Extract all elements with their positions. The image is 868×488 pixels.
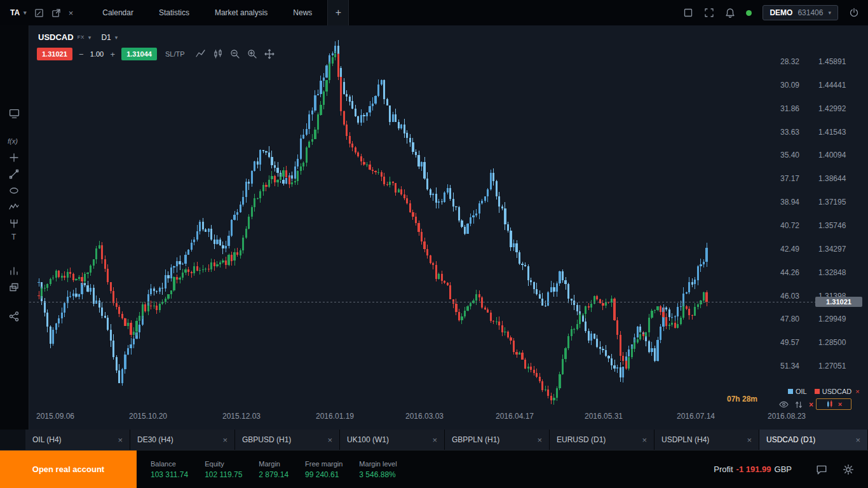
crosshair-icon[interactable] bbox=[9, 152, 19, 163]
instrument-tab[interactable]: USDCAD (D1)× bbox=[759, 430, 868, 450]
remove-overlay-icon[interactable]: × bbox=[809, 400, 813, 409]
instrument-tab[interactable]: DE30 (H4)× bbox=[130, 430, 235, 450]
sltp-button[interactable]: SL/TP bbox=[165, 50, 185, 58]
share-icon[interactable] bbox=[9, 311, 19, 322]
oil-axis-label: 35.40 bbox=[780, 150, 799, 160]
x-axis-date: 2015.10.20 bbox=[119, 412, 177, 421]
open-real-account-button[interactable]: Open real account bbox=[0, 451, 137, 488]
zoom-in-icon[interactable] bbox=[247, 49, 257, 59]
close-icon[interactable]: × bbox=[327, 435, 332, 445]
objects-layers-icon[interactable] bbox=[9, 282, 19, 292]
line-chart-type-icon[interactable] bbox=[196, 49, 206, 59]
candlestick-chart[interactable] bbox=[29, 30, 868, 412]
oil-axis-label: 31.86 bbox=[780, 104, 799, 114]
account-mode: DEMO bbox=[770, 8, 792, 17]
layout-icon[interactable] bbox=[683, 8, 693, 18]
stat-balance: Balance103 311.74 bbox=[151, 460, 188, 479]
usdcad-axis-label: 1.27051 bbox=[818, 361, 846, 371]
instrument-tab[interactable]: GBPPLN (H1)× bbox=[445, 430, 550, 450]
instrument-tab[interactable]: GBPUSD (H1)× bbox=[235, 430, 340, 450]
status-bar: Open real account Balance103 311.74Equit… bbox=[0, 450, 868, 488]
buy-price-button[interactable]: 1.31044 bbox=[121, 48, 157, 60]
usdcad-axis-label: 1.44441 bbox=[818, 80, 846, 90]
volume-value[interactable]: 1.00 bbox=[90, 50, 104, 58]
timeframe-selector[interactable]: D1 bbox=[101, 33, 111, 42]
edit-workspace-icon[interactable] bbox=[34, 8, 44, 18]
usdcad-axis-label: 1.34297 bbox=[818, 244, 846, 254]
chart-window-icon[interactable] bbox=[9, 108, 20, 119]
stat-label: Balance bbox=[151, 460, 188, 468]
nav-tab-statistics[interactable]: Statistics bbox=[146, 0, 202, 25]
sort-arrows-icon[interactable] bbox=[794, 400, 803, 409]
x-axis-date: 2016.01.19 bbox=[306, 412, 363, 421]
candle-chart-type-icon[interactable] bbox=[213, 49, 223, 59]
account-selector[interactable]: DEMO 631406 ▾ bbox=[763, 5, 838, 20]
stat-label: Margin level bbox=[359, 460, 397, 468]
new-tab-button[interactable]: + bbox=[327, 0, 349, 25]
instrument-tab[interactable]: EURUSD (D1)× bbox=[550, 430, 654, 450]
close-icon[interactable]: × bbox=[642, 435, 647, 445]
oil-axis-label: 49.57 bbox=[780, 337, 799, 348]
indicators-fx-icon[interactable]: f(x) bbox=[8, 137, 18, 145]
top-bar: TA ▾ × CalendarStatisticsMarket analysis… bbox=[0, 0, 868, 25]
instrument-tab-label: EURUSD (D1) bbox=[557, 435, 606, 444]
workspace-label: TA bbox=[10, 8, 20, 17]
workspace-menu[interactable]: TA ▾ bbox=[10, 8, 27, 17]
waves-icon[interactable] bbox=[9, 202, 19, 212]
stat-value: 99 240.61 bbox=[305, 470, 342, 479]
close-workspace-icon[interactable]: × bbox=[69, 8, 74, 18]
chart-panel: f(x) T USDCAD FX ▾ D1 ▾ 1.31021 − 1.00 + bbox=[0, 25, 868, 430]
nav-tab-market-analysis[interactable]: Market analysis bbox=[202, 0, 280, 25]
power-logout-icon[interactable] bbox=[849, 8, 859, 18]
chevron-down-icon: ▾ bbox=[24, 10, 27, 16]
close-icon[interactable]: × bbox=[855, 435, 860, 445]
eye-visibility-icon[interactable] bbox=[779, 400, 789, 409]
instrument-tab[interactable]: UK100 (W1)× bbox=[340, 430, 445, 450]
legend-item-oil[interactable]: OIL bbox=[788, 388, 807, 395]
settings-gear-icon[interactable] bbox=[843, 464, 854, 475]
indicator-histogram-icon[interactable] bbox=[9, 266, 19, 276]
chart-area[interactable] bbox=[29, 25, 868, 430]
instrument-tab-label: DE30 (H4) bbox=[137, 435, 173, 444]
chevron-down-icon[interactable]: ▾ bbox=[88, 34, 92, 41]
close-icon[interactable]: × bbox=[432, 435, 437, 445]
fullscreen-icon[interactable] bbox=[704, 8, 714, 18]
close-icon[interactable]: × bbox=[118, 435, 123, 445]
nav-tab-calendar[interactable]: Calendar bbox=[90, 0, 146, 25]
legend-swatch bbox=[815, 389, 820, 394]
zoom-out-icon[interactable] bbox=[230, 49, 240, 59]
volume-minus-button[interactable]: − bbox=[77, 50, 86, 59]
close-icon[interactable]: × bbox=[747, 435, 752, 445]
instrument-tab[interactable]: USDPLN (H4)× bbox=[654, 430, 759, 450]
sell-price-button[interactable]: 1.31021 bbox=[37, 48, 72, 60]
volume-plus-button[interactable]: + bbox=[108, 50, 117, 59]
close-icon[interactable]: × bbox=[222, 435, 227, 445]
usdcad-axis-label: 1.38644 bbox=[818, 173, 846, 184]
legend-item-usdcad[interactable]: USDCAD× bbox=[815, 388, 860, 395]
close-icon[interactable]: × bbox=[838, 400, 842, 408]
nav-tab-news[interactable]: News bbox=[280, 0, 325, 25]
popout-icon[interactable] bbox=[51, 8, 61, 18]
pan-move-icon[interactable] bbox=[264, 49, 275, 59]
pitchfork-icon[interactable] bbox=[9, 219, 19, 229]
oil-axis-label: 28.32 bbox=[780, 57, 799, 67]
close-icon[interactable]: × bbox=[855, 388, 859, 395]
connection-status-dot bbox=[746, 10, 752, 16]
ellipse-icon[interactable] bbox=[9, 186, 19, 196]
profit-label: Profit bbox=[714, 464, 733, 474]
instrument-tabs-bar: OIL (H4)×DE30 (H4)×GBPUSD (H1)×UK100 (W1… bbox=[0, 430, 868, 450]
legend-label: OIL bbox=[796, 388, 807, 395]
usdcad-axis-label: 1.35746 bbox=[818, 220, 846, 231]
text-tool-icon[interactable]: T bbox=[11, 233, 16, 241]
chat-support-icon[interactable] bbox=[816, 464, 827, 475]
stat-label: Free margin bbox=[305, 460, 342, 468]
mini-candles-icon bbox=[825, 400, 834, 409]
trendline-icon[interactable] bbox=[9, 169, 19, 179]
x-axis-date: 2016.07.14 bbox=[667, 412, 724, 421]
close-icon[interactable]: × bbox=[537, 435, 542, 445]
overlay-instrument-box[interactable]: × bbox=[816, 398, 851, 410]
chevron-down-icon[interactable]: ▾ bbox=[115, 34, 118, 41]
oil-axis-label: 47.80 bbox=[780, 314, 799, 324]
instrument-tab[interactable]: OIL (H4)× bbox=[25, 430, 130, 450]
notifications-bell-icon[interactable] bbox=[725, 8, 735, 18]
